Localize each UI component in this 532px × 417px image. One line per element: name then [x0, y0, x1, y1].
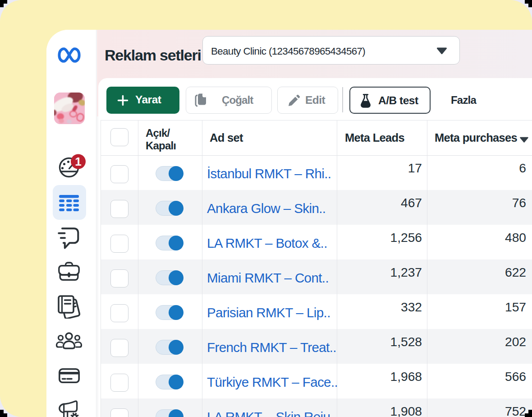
svg-text:1: 1 — [75, 155, 81, 168]
